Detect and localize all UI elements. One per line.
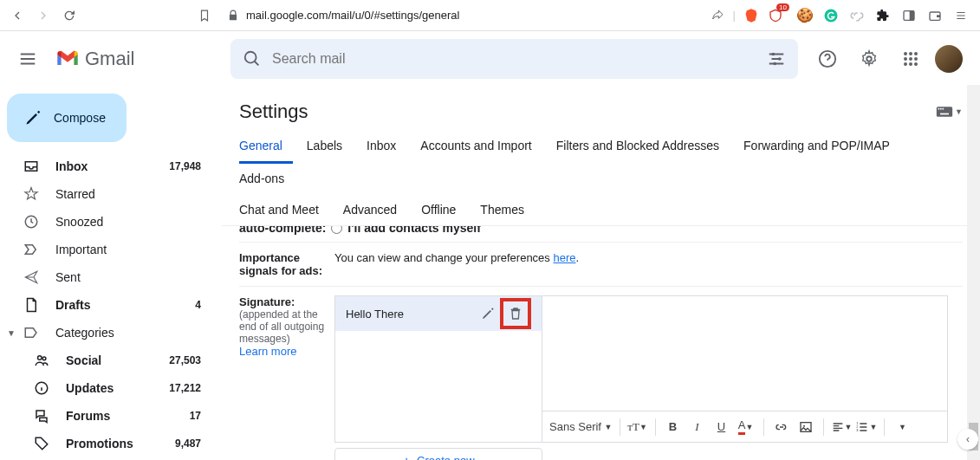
share-icon[interactable] xyxy=(709,7,726,24)
back-button[interactable] xyxy=(7,5,28,26)
shield-icon[interactable] xyxy=(767,7,784,24)
text-color-button[interactable]: A▼ xyxy=(736,417,756,437)
sidebar-item-updates[interactable]: Updates 17,212 xyxy=(0,374,211,402)
account-avatar[interactable] xyxy=(935,45,963,73)
sent-icon xyxy=(23,269,40,285)
logo[interactable]: Gmail xyxy=(55,48,215,70)
sidebar-item-promotions[interactable]: Promotions 9,487 xyxy=(0,430,211,457)
tab-addons[interactable]: Add-ons xyxy=(239,163,295,194)
signature-sub: (appended at the end of all outgoing mes… xyxy=(239,308,334,345)
tab-chat[interactable]: Chat and Meet xyxy=(239,194,329,225)
signature-editor[interactable]: Sans Serif ▼ тТ▼ B I U A▼ xyxy=(542,295,948,443)
tab-filters[interactable]: Filters and Blocked Addresses xyxy=(556,130,730,163)
importance-text: You can view and change your preferences… xyxy=(334,251,963,277)
settings-button[interactable] xyxy=(852,42,886,76)
setting-signature-row: Signature: (appended at the end of all o… xyxy=(239,286,963,460)
search-input[interactable] xyxy=(272,51,767,67)
svg-point-5 xyxy=(245,52,256,63)
svg-rect-28 xyxy=(940,113,949,115)
sidebar-item-sent[interactable]: Sent xyxy=(0,263,211,291)
search-bar[interactable] xyxy=(230,39,798,79)
tab-offline[interactable]: Offline xyxy=(421,194,466,225)
grammarly-ext-icon[interactable] xyxy=(822,7,840,24)
bookmark-icon[interactable] xyxy=(194,5,215,26)
pencil-icon xyxy=(24,109,42,126)
svg-point-14 xyxy=(904,57,907,61)
clock-icon xyxy=(23,214,40,230)
italic-button[interactable]: I xyxy=(687,417,708,437)
inbox-icon xyxy=(23,159,40,174)
sidebar-item-drafts[interactable]: Drafts 4 xyxy=(0,291,211,319)
tab-themes[interactable]: Themes xyxy=(480,194,535,225)
forums-icon xyxy=(33,408,50,424)
apps-button[interactable] xyxy=(893,42,928,76)
create-signature-button[interactable]: + Create new xyxy=(334,448,542,460)
link-ext-icon[interactable] xyxy=(848,7,866,24)
link-button[interactable] xyxy=(771,417,792,437)
side-panel-toggle[interactable]: ‹ xyxy=(957,429,978,450)
more-formatting-button[interactable]: ▼ xyxy=(892,417,912,437)
importance-link[interactable]: here xyxy=(553,251,575,264)
font-size-button[interactable]: тТ▼ xyxy=(627,417,648,437)
tab-accounts[interactable]: Accounts and Import xyxy=(420,130,542,163)
forward-button[interactable] xyxy=(33,5,54,26)
compose-label: Compose xyxy=(54,111,106,125)
sidebar-item-starred[interactable]: Starred xyxy=(0,180,211,208)
brave-icon[interactable] xyxy=(743,7,760,24)
chevron-down-icon[interactable]: ▼ xyxy=(7,328,19,338)
info-icon xyxy=(33,380,50,396)
compose-button[interactable]: Compose xyxy=(7,94,127,142)
list-button[interactable]: 123▼ xyxy=(855,417,877,437)
signature-item[interactable]: Hello There xyxy=(335,296,542,331)
reload-button[interactable] xyxy=(59,5,80,26)
align-button[interactable]: ▼ xyxy=(831,417,853,437)
sidebar-item-social[interactable]: Social 27,503 xyxy=(0,347,211,374)
tab-forwarding[interactable]: Forwarding and POP/IMAP xyxy=(743,130,900,163)
help-button[interactable] xyxy=(810,42,845,76)
app-header: Gmail xyxy=(0,31,980,87)
sidebar-item-inbox[interactable]: Inbox 17,948 xyxy=(0,152,211,180)
svg-point-0 xyxy=(825,9,838,22)
signature-edit-button[interactable] xyxy=(476,301,500,326)
input-tools-button[interactable]: ▼ xyxy=(936,106,963,118)
tab-inbox[interactable]: Inbox xyxy=(367,130,406,163)
signature-toolbar: Sans Serif ▼ тТ▼ B I U A▼ xyxy=(542,411,947,442)
search-options-icon[interactable] xyxy=(767,49,786,68)
svg-point-6 xyxy=(772,53,776,56)
underline-button[interactable]: U xyxy=(711,417,732,437)
svg-rect-27 xyxy=(943,108,944,110)
font-family-select[interactable]: Sans Serif ▼ xyxy=(549,417,613,437)
svg-point-13 xyxy=(914,52,918,55)
lock-icon xyxy=(227,10,239,22)
tab-advanced[interactable]: Advanced xyxy=(343,194,407,225)
scrollbar[interactable] xyxy=(967,85,980,460)
address-bar[interactable]: mail.google.com/mail/u/0/#settings/gener… xyxy=(220,7,791,24)
sidebar-item-categories[interactable]: Categories xyxy=(19,319,211,347)
sidebar-item-snoozed[interactable]: Snoozed xyxy=(0,208,211,236)
sidebar-item-important[interactable]: Important xyxy=(0,236,211,263)
important-icon xyxy=(23,242,40,257)
keyboard-icon xyxy=(936,106,953,118)
cookie-ext-icon[interactable]: 🍪 xyxy=(796,7,814,24)
svg-rect-25 xyxy=(938,108,940,110)
signature-delete-button[interactable] xyxy=(500,298,531,329)
bold-button[interactable]: B xyxy=(663,417,684,437)
svg-point-17 xyxy=(904,62,907,66)
sidebar-item-forums[interactable]: Forums 17 xyxy=(0,402,211,430)
extensions-icon[interactable] xyxy=(874,7,892,24)
signature-learn-link[interactable]: Learn more xyxy=(239,345,296,358)
svg-point-16 xyxy=(914,57,918,61)
signature-label: Signature: xyxy=(239,295,334,308)
image-button[interactable] xyxy=(795,417,816,437)
tab-labels[interactable]: Labels xyxy=(307,130,353,163)
svg-point-19 xyxy=(914,62,918,66)
tab-general[interactable]: General xyxy=(239,130,293,164)
browser-menu-icon[interactable] xyxy=(952,7,970,24)
svg-point-11 xyxy=(904,52,907,55)
wallet-icon[interactable] xyxy=(926,7,944,24)
main-menu-button[interactable] xyxy=(7,38,49,80)
drafts-icon xyxy=(23,297,40,313)
autocomplete-radio[interactable] xyxy=(331,226,342,234)
tag-icon xyxy=(33,436,50,451)
panel-icon[interactable] xyxy=(900,7,918,24)
